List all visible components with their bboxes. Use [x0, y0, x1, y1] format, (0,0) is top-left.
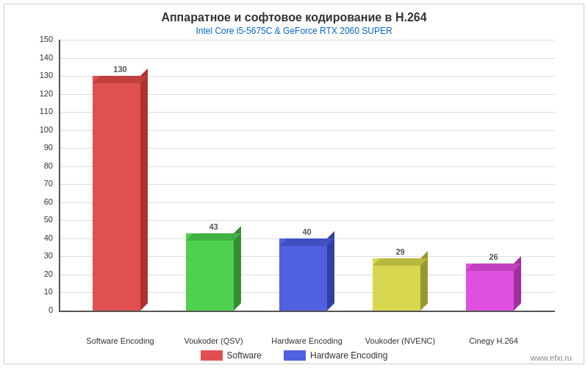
bar-top [466, 263, 521, 271]
bar-right [140, 68, 148, 311]
bar-top [93, 76, 148, 83]
bar-group: 130 [93, 65, 148, 311]
y-axis-label: 20 [44, 269, 53, 278]
x-axis-label: Voukoder (NVENC) [360, 336, 441, 345]
y-axis-label: 10 [44, 287, 53, 296]
bar-front [279, 238, 327, 311]
y-axis-label: 0 [49, 305, 53, 314]
y-axis-label: 150 [40, 35, 53, 43]
bar-top [279, 238, 334, 246]
y-axis-label: 120 [40, 89, 53, 98]
x-axis-label: Hardware Encoding [267, 336, 348, 345]
bar-value-label: 29 [395, 247, 404, 256]
y-axis-label: 90 [44, 143, 53, 152]
chart-container: Аппаратное и софтовое кодирование в H.26… [0, 0, 588, 368]
bar-group: 43 [186, 222, 241, 311]
x-axis-label: Cinegy H.264 [453, 336, 534, 345]
y-axis-label: 130 [40, 71, 53, 79]
bar-group: 40 [279, 227, 334, 311]
y-axis-label: 60 [44, 197, 53, 206]
bar-group: 29 [373, 247, 428, 311]
bar-front [186, 233, 234, 311]
bar-value-label: 26 [489, 252, 498, 261]
y-axis-label: 80 [44, 161, 53, 170]
bar-group: 26 [466, 252, 521, 311]
y-axis-label: 70 [44, 179, 53, 188]
y-axis-label: 30 [44, 251, 53, 260]
bar-value-label: 130 [113, 65, 126, 74]
bar-value-label: 40 [302, 227, 311, 236]
y-axis-label: 110 [40, 107, 53, 116]
bar-top [186, 233, 241, 241]
y-axis-label: 50 [44, 215, 53, 224]
x-axis-label: Software Encoding [80, 336, 161, 345]
y-axis-label: 100 [40, 125, 53, 134]
watermark: www.efxi.ru [531, 353, 572, 362]
y-axis-label: 40 [44, 233, 53, 242]
bar-front [93, 76, 140, 311]
y-axis-label: 140 [40, 53, 53, 62]
bar-top [373, 258, 428, 266]
bar-value-label: 43 [209, 222, 218, 231]
x-axis-label: Voukoder (QSV) [173, 336, 254, 345]
bar-front [373, 258, 420, 311]
